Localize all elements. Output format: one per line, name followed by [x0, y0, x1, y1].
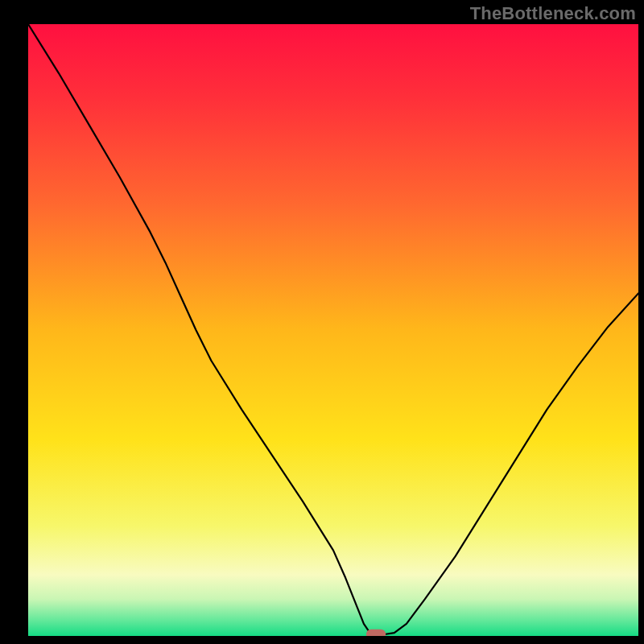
plot-svg — [28, 24, 638, 636]
minimum-marker — [366, 630, 386, 636]
watermark-label: TheBottleneck.com — [470, 3, 636, 24]
chart-frame: TheBottleneck.com — [0, 0, 644, 644]
gradient-background — [28, 24, 638, 636]
plot-area — [28, 24, 638, 636]
